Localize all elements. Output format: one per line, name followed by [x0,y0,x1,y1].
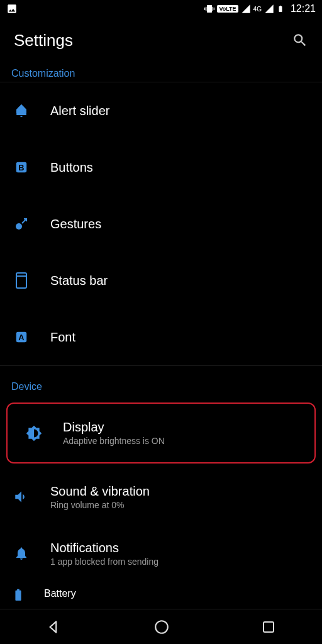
status-bar-icon [11,272,31,289]
section-header-customization: Customization [0,63,322,82]
label-status-bar: Status bar [50,274,311,288]
buttons-icon: B [11,160,31,174]
recents-icon [261,619,276,635]
signal-icon-1 [241,4,251,14]
notifications-icon [11,546,31,561]
app-bar: Settings [0,18,322,63]
battery-icon [277,3,284,14]
battery-setting-icon [11,588,25,601]
navigation-bar [0,609,322,644]
svg-point-7 [155,621,168,633]
sound-icon [11,489,31,505]
volte-badge: VoLTE [217,5,238,13]
sub-notifications: 1 app blocked from sending [50,557,311,567]
back-icon [46,619,62,635]
label-alert-slider: Alert slider [50,104,311,118]
page-title: Settings [14,31,73,50]
label-battery: Battery [44,588,76,599]
nav-recents-button[interactable] [261,619,276,635]
clock: 12:21 [291,3,316,14]
gestures-icon [11,216,31,231]
row-notifications[interactable]: Notifications 1 app blocked from sending [0,525,322,582]
row-status-bar[interactable]: Status bar [0,252,322,309]
row-buttons[interactable]: B Buttons [0,139,322,196]
signal-icon-2 [264,4,274,14]
svg-rect-3 [16,273,26,288]
svg-text:B: B [18,163,24,172]
row-alert-slider[interactable]: Alert slider [0,82,322,139]
svg-rect-8 [264,622,274,632]
section-header-device: Device [0,366,322,402]
row-gestures[interactable]: Gestures [0,196,322,252]
label-font: Font [50,330,311,345]
row-sound[interactable]: Sound & vibration Ring volume at 0% [0,469,322,525]
svg-point-2 [16,223,22,230]
home-icon [153,619,170,635]
highlighted-row: Display Adaptive brightness is ON [6,402,316,464]
label-buttons: Buttons [50,160,311,175]
search-icon [292,32,308,48]
font-icon: A [11,330,31,344]
display-icon [24,425,44,441]
alert-slider-icon [11,103,31,118]
row-display[interactable]: Display Adaptive brightness is ON [13,411,309,455]
label-notifications: Notifications [50,541,311,555]
row-battery[interactable]: Battery [0,582,322,601]
image-icon [6,3,18,14]
label-sound: Sound & vibration [50,484,311,499]
label-display: Display [63,420,298,435]
nav-home-button[interactable] [153,619,170,635]
search-button[interactable] [292,32,308,48]
svg-text:A: A [18,333,24,342]
sub-sound: Ring volume at 0% [50,500,311,510]
sub-display: Adaptive brightness is ON [63,436,298,446]
status-bar: VoLTE 4G 12:21 [0,0,322,18]
row-font[interactable]: A Font [0,309,322,365]
nav-back-button[interactable] [46,619,62,635]
label-gestures: Gestures [50,217,311,231]
signal-4g-label: 4G [253,6,262,13]
vibrate-icon [204,4,214,14]
